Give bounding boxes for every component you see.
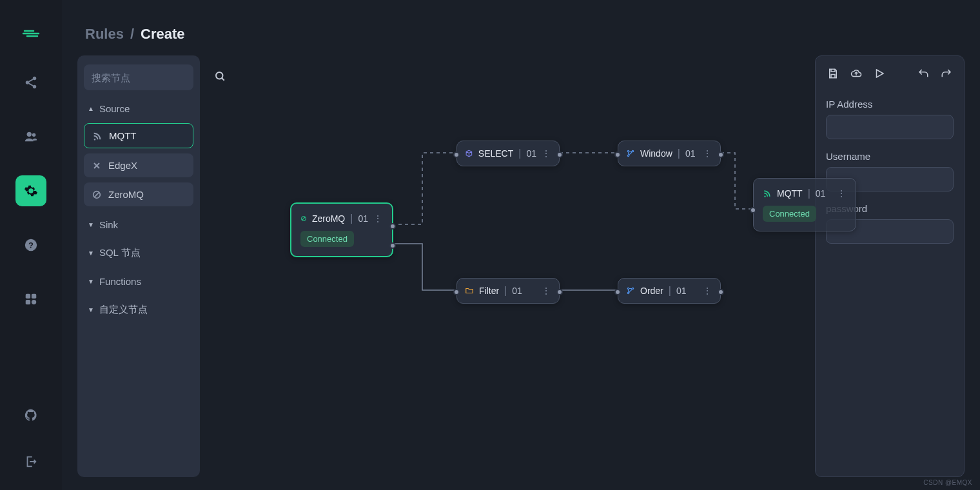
node-menu-icon[interactable]: ⋮ — [703, 288, 712, 294]
nav-settings[interactable] — [15, 175, 46, 206]
main-area: Rules / Create ▲Source MQTT EdgeX — [62, 0, 980, 490]
props-toolbar — [826, 65, 954, 87]
node-menu-icon[interactable]: ⋮ — [837, 190, 847, 197]
nav-logout[interactable] — [15, 446, 46, 477]
slash-circle-icon — [92, 190, 102, 200]
nav-users[interactable] — [15, 121, 46, 152]
undo-icon[interactable] — [917, 68, 929, 82]
node-select[interactable]: SELECT| 01 ⋮ — [456, 141, 560, 166]
node-palette: ▲Source MQTT EdgeX ZeroMQ ▼Sink ▼SQL 节点 … — [77, 55, 200, 477]
chevron-down-icon: ▼ — [88, 221, 94, 228]
port-out[interactable] — [556, 152, 563, 158]
port-in[interactable] — [453, 289, 460, 295]
svg-point-0 — [33, 77, 37, 81]
rss-icon — [92, 131, 103, 141]
rss-icon — [763, 189, 772, 198]
x-icon — [92, 161, 102, 171]
username-label: Username — [826, 151, 954, 162]
port-in[interactable] — [614, 289, 621, 295]
search-input[interactable] — [92, 72, 214, 83]
port-out[interactable] — [556, 289, 563, 295]
play-icon[interactable] — [874, 68, 885, 82]
svg-rect-8 — [32, 294, 36, 299]
node-zeromq[interactable]: ZeroMQ| 01 ⋮ Connected — [290, 202, 393, 257]
port-in[interactable] — [750, 207, 756, 213]
svg-point-1 — [26, 81, 30, 84]
svg-point-3 — [27, 132, 32, 137]
ip-input[interactable] — [826, 115, 954, 139]
group-sql[interactable]: ▼SQL 节点 — [84, 243, 193, 263]
svg-rect-7 — [26, 294, 30, 299]
cube-icon — [465, 149, 473, 158]
svg-text:?: ? — [28, 240, 34, 250]
port-out[interactable] — [718, 289, 724, 295]
node-menu-icon[interactable]: ⋮ — [542, 288, 551, 294]
folder-icon — [465, 286, 474, 295]
slash-circle-icon — [300, 214, 307, 223]
group-functions[interactable]: ▼Functions — [84, 272, 193, 291]
edges-layer — [200, 55, 815, 477]
port-out[interactable] — [389, 223, 396, 230]
breadcrumb: Rules / Create — [62, 0, 980, 55]
chevron-up-icon: ▲ — [88, 105, 94, 112]
chevron-down-icon: ▼ — [88, 278, 94, 285]
status-badge: Connected — [300, 231, 354, 247]
palette-search[interactable] — [84, 64, 193, 90]
palette-item-edgex[interactable]: EdgeX — [84, 153, 193, 177]
nav-help[interactable]: ? — [15, 230, 46, 260]
watermark: CSDN @EMQX — [923, 479, 972, 486]
port-out[interactable] — [718, 152, 724, 158]
node-menu-icon[interactable]: ⋮ — [542, 150, 551, 157]
cloud-upload-icon[interactable] — [850, 68, 862, 82]
svg-point-10 — [32, 300, 36, 304]
group-source[interactable]: ▲Source — [84, 99, 193, 118]
app-logo — [21, 23, 41, 44]
svg-rect-9 — [26, 300, 30, 304]
node-filter[interactable]: Filter| 01 ⋮ — [456, 278, 560, 304]
svg-point-4 — [32, 133, 36, 137]
flow-canvas[interactable]: ZeroMQ| 01 ⋮ Connected SELECT| 01 ⋮ — [200, 55, 815, 477]
properties-panel: IP Address Username password — [815, 55, 965, 477]
palette-item-mqtt[interactable]: MQTT — [84, 123, 193, 148]
nav-sidebar: ? — [0, 0, 62, 490]
group-sink[interactable]: ▼Sink — [84, 215, 193, 234]
svg-point-17 — [627, 288, 629, 289]
nav-share[interactable] — [15, 67, 46, 98]
port-in[interactable] — [614, 152, 621, 158]
ip-label: IP Address — [826, 99, 954, 110]
save-icon[interactable] — [827, 68, 839, 82]
port-out[interactable] — [389, 242, 396, 249]
chevron-down-icon: ▼ — [88, 306, 94, 313]
palette-item-zeromq[interactable]: ZeroMQ — [84, 182, 193, 206]
port-in[interactable] — [453, 152, 460, 158]
chevron-down-icon: ▼ — [88, 250, 94, 257]
svg-point-14 — [627, 150, 629, 152]
node-window[interactable]: Window| 01 ⋮ — [618, 141, 721, 166]
node-menu-icon[interactable]: ⋮ — [703, 150, 712, 157]
branch-icon — [626, 149, 635, 158]
status-badge: Connected — [763, 206, 816, 222]
node-menu-icon[interactable]: ⋮ — [373, 215, 383, 222]
svg-point-2 — [33, 85, 37, 89]
breadcrumb-current: Create — [141, 26, 184, 43]
breadcrumb-sep: / — [130, 26, 134, 43]
group-custom[interactable]: ▼自定义节点 — [84, 300, 193, 320]
nav-apps[interactable] — [15, 284, 46, 315]
node-mqtt[interactable]: MQTT| 01 ⋮ Connected — [753, 178, 856, 231]
node-order[interactable]: Order| 01 ⋮ — [618, 278, 721, 304]
branch-icon — [626, 286, 635, 295]
nav-github[interactable] — [15, 400, 46, 431]
breadcrumb-root[interactable]: Rules — [85, 26, 124, 43]
redo-icon[interactable] — [941, 68, 952, 82]
